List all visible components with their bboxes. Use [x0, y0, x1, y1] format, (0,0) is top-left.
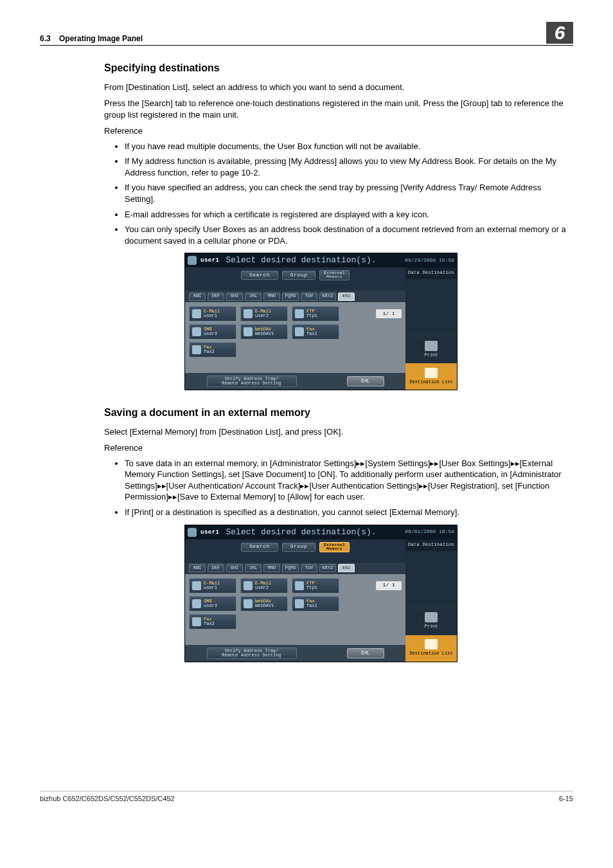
tab-mno[interactable]: MNO: [263, 564, 280, 572]
email-icon: [244, 581, 253, 590]
data-destination-label: Data Destination: [405, 267, 457, 279]
group-tab[interactable]: Group: [282, 543, 316, 552]
external-memory-tab[interactable]: External Memory: [319, 270, 350, 280]
smb-icon: [192, 599, 201, 608]
section-title: Operating Image Panel: [59, 34, 143, 43]
list-item: You can only specify User Boxes as an ad…: [125, 224, 573, 246]
print-button[interactable]: Print: [405, 608, 457, 635]
list-item: E-mail addresses for which a certificate…: [125, 209, 573, 221]
save-ext-heading: Saving a document in an external memory: [104, 406, 573, 420]
fax-icon: [192, 345, 201, 354]
fax-icon: [295, 327, 304, 336]
tab-def[interactable]: DEF: [208, 293, 224, 301]
reference-list-1: If you have read multiple documents, the…: [104, 141, 573, 246]
alpha-tabs: ABC DEF GHI JKL MNO PQRS TUV WXYZ etc: [185, 291, 405, 302]
ui-screenshot-1: user1 Select desired destination(s). 08/…: [184, 253, 458, 390]
destination-list-button[interactable]: Destination List: [405, 635, 457, 662]
dest-entry[interactable]: Faxfax1: [292, 324, 339, 339]
dest-entry[interactable]: E-Mailuser1: [189, 306, 236, 321]
verify-address-button[interactable]: Verify Address Tray/Remote Address Setti…: [207, 647, 297, 659]
search-tab[interactable]: Search: [241, 271, 278, 280]
dest-entry[interactable]: Faxfax2: [189, 614, 236, 629]
titlebar: user1 Select desired destination(s). 09/…: [185, 525, 457, 539]
tab-abc[interactable]: ABC: [189, 293, 206, 301]
dest-entry[interactable]: E-Mailuser2: [240, 306, 288, 321]
print-icon: [425, 341, 438, 351]
dest-entry[interactable]: FTPftp1: [292, 306, 339, 321]
list-icon: [425, 368, 438, 378]
dest-entry[interactable]: WebDAVWebDAV1: [240, 324, 288, 339]
tab-tuv[interactable]: TUV: [301, 564, 317, 572]
reference-label-1: Reference: [104, 125, 573, 137]
print-button[interactable]: Print: [405, 336, 457, 363]
prompt-text: Select desired destination(s).: [226, 527, 405, 538]
save-ext-p1: Select [External Memory] from [Destinati…: [104, 426, 573, 438]
footer-model: bizhub C652/C652DS/C552/C552DS/C452: [40, 794, 175, 804]
search-tab[interactable]: Search: [241, 543, 278, 552]
ui-screenshot-2: user1 Select desired destination(s). 09/…: [184, 525, 458, 662]
tab-etc[interactable]: etc: [338, 564, 355, 572]
tab-pqrs[interactable]: PQRS: [282, 564, 299, 572]
page-footer: bizhub C652/C652DS/C552/C552DS/C452 6-15: [40, 791, 573, 804]
ok-button[interactable]: OK: [347, 376, 384, 386]
ok-button[interactable]: OK: [347, 648, 384, 658]
footer-page: 6-15: [559, 794, 573, 804]
tab-pqrs[interactable]: PQRS: [282, 293, 299, 301]
pager: 1/ 1: [376, 581, 402, 590]
list-item: To save data in an external memory, in […: [125, 458, 573, 503]
ftp-icon: [295, 309, 304, 318]
section-num: 6.3: [40, 34, 51, 43]
data-destination-label: Data Destination: [405, 539, 457, 551]
reference-list-2: To save data in an external memory, in […: [104, 458, 573, 518]
user-icon: [188, 256, 197, 265]
titlebar: user1 Select desired destination(s). 08/…: [185, 253, 457, 267]
tab-wxyz[interactable]: WXYZ: [319, 293, 336, 301]
dest-entry[interactable]: E-Mailuser1: [189, 578, 236, 593]
group-tab[interactable]: Group: [282, 271, 316, 280]
pager: 1/ 1: [376, 309, 402, 318]
tab-wxyz[interactable]: WXYZ: [319, 564, 336, 572]
dest-entry[interactable]: SMBuser3: [189, 324, 236, 339]
list-item: If [Print] or a destination is specified…: [125, 507, 573, 518]
tab-abc[interactable]: ABC: [189, 564, 206, 572]
webdav-icon: [244, 599, 253, 608]
smb-icon: [192, 327, 201, 336]
dest-entry[interactable]: E-Mailuser2: [240, 578, 288, 593]
dest-entry[interactable]: Faxfax2: [189, 342, 236, 357]
tab-tuv[interactable]: TUV: [301, 293, 317, 301]
destination-list-button[interactable]: Destination List: [405, 363, 457, 390]
username: user1: [200, 529, 220, 536]
tab-def[interactable]: DEF: [208, 564, 224, 572]
tab-mno[interactable]: MNO: [263, 293, 280, 301]
dest-entry[interactable]: FTPftp1: [292, 578, 339, 593]
list-icon: [425, 639, 438, 649]
dest-entry[interactable]: WebDAVWebDAV1: [240, 596, 288, 611]
destination-grid: E-Mailuser1 E-Mailuser2 FTPftp1 1/ 1 SMB…: [185, 302, 405, 373]
tab-ghi[interactable]: GHI: [226, 293, 243, 301]
prompt-text: Select desired destination(s).: [226, 255, 405, 266]
fax-icon: [295, 599, 304, 608]
datetime: 09/01/2008 10:58: [405, 529, 454, 536]
datetime: 08/29/2008 15:50: [405, 257, 454, 264]
spec-dest-p1: From [Destination List], select an addre…: [104, 82, 573, 93]
external-memory-tab[interactable]: External Memory: [319, 542, 350, 552]
list-item: If My address function is available, pre…: [125, 156, 573, 178]
verify-address-button[interactable]: Verify Address Tray/Remote Address Setti…: [207, 375, 297, 387]
dest-entry[interactable]: Faxfax1: [292, 596, 339, 611]
email-icon: [192, 581, 201, 590]
tab-ghi[interactable]: GHI: [226, 564, 243, 572]
email-icon: [244, 309, 253, 318]
spec-dest-p2: Press the [Search] tab to reference one-…: [104, 98, 573, 120]
ftp-icon: [295, 581, 304, 590]
dest-entry[interactable]: SMBuser3: [189, 596, 236, 611]
spec-dest-heading: Specifying destinations: [104, 61, 573, 75]
page-header: 6.3 Operating Image Panel 6: [40, 22, 573, 46]
tab-jkl[interactable]: JKL: [245, 293, 262, 301]
tab-etc[interactable]: etc: [338, 293, 355, 301]
chapter-badge: 6: [546, 22, 573, 44]
user-icon: [188, 528, 197, 537]
list-item: If you have specified an address, you ca…: [125, 182, 573, 204]
reference-label-2: Reference: [104, 442, 573, 454]
webdav-icon: [244, 327, 253, 336]
tab-jkl[interactable]: JKL: [245, 564, 262, 572]
